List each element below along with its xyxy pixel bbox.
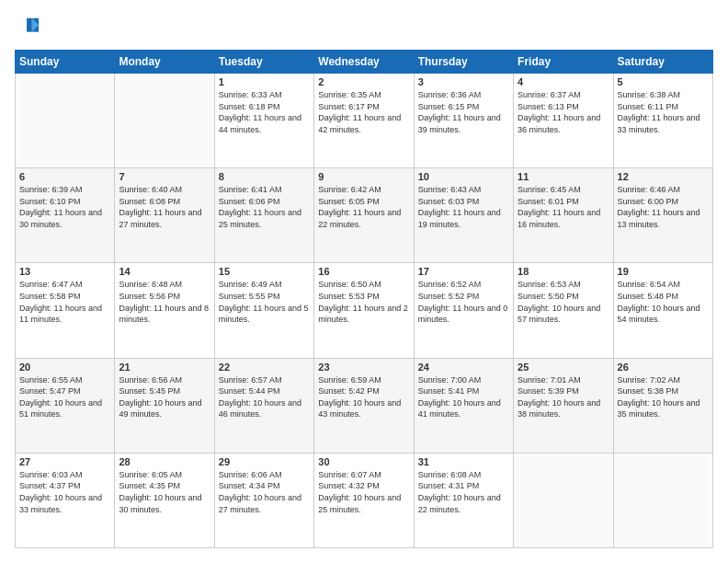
- calendar-cell: 2Sunrise: 6:35 AM Sunset: 6:17 PM Daylig…: [314, 74, 414, 168]
- svg-marker-2: [27, 18, 32, 32]
- calendar-week-row: 20Sunrise: 6:55 AM Sunset: 5:47 PM Dayli…: [16, 358, 713, 453]
- day-number: 19: [618, 266, 709, 277]
- day-info: Sunrise: 6:48 AM Sunset: 5:56 PM Dayligh…: [119, 279, 210, 325]
- day-number: 9: [318, 171, 409, 182]
- day-info: Sunrise: 6:54 AM Sunset: 5:48 PM Dayligh…: [618, 279, 709, 325]
- day-number: 16: [318, 266, 409, 277]
- day-info: Sunrise: 6:53 AM Sunset: 5:50 PM Dayligh…: [518, 279, 609, 325]
- calendar-cell: 27Sunrise: 6:03 AM Sunset: 4:37 PM Dayli…: [16, 453, 115, 547]
- calendar-header-row: SundayMondayTuesdayWednesdayThursdayFrid…: [16, 51, 713, 74]
- calendar-cell: 24Sunrise: 7:00 AM Sunset: 5:41 PM Dayli…: [414, 358, 513, 453]
- logo-icon: [15, 15, 40, 40]
- calendar-cell: 7Sunrise: 6:40 AM Sunset: 6:08 PM Daylig…: [115, 168, 214, 263]
- day-info: Sunrise: 6:46 AM Sunset: 6:00 PM Dayligh…: [618, 184, 709, 230]
- calendar-cell: 29Sunrise: 6:06 AM Sunset: 4:34 PM Dayli…: [214, 453, 313, 547]
- day-of-week-header: Thursday: [414, 51, 513, 74]
- day-number: 24: [418, 362, 509, 373]
- day-info: Sunrise: 6:49 AM Sunset: 5:55 PM Dayligh…: [219, 279, 310, 325]
- calendar-cell: 11Sunrise: 6:45 AM Sunset: 6:01 PM Dayli…: [514, 168, 613, 263]
- calendar-cell: 6Sunrise: 6:39 AM Sunset: 6:10 PM Daylig…: [16, 168, 115, 263]
- day-number: 18: [518, 266, 609, 277]
- day-number: 29: [219, 456, 310, 467]
- day-info: Sunrise: 6:40 AM Sunset: 6:08 PM Dayligh…: [119, 184, 210, 230]
- day-info: Sunrise: 6:55 AM Sunset: 5:47 PM Dayligh…: [19, 374, 110, 420]
- calendar-cell: [514, 453, 613, 547]
- day-info: Sunrise: 6:06 AM Sunset: 4:34 PM Dayligh…: [219, 469, 310, 515]
- day-of-week-header: Monday: [115, 51, 214, 74]
- calendar-cell: 21Sunrise: 6:56 AM Sunset: 5:45 PM Dayli…: [115, 358, 214, 453]
- calendar-cell: 1Sunrise: 6:33 AM Sunset: 6:18 PM Daylig…: [214, 74, 313, 168]
- day-number: 28: [119, 456, 210, 467]
- day-number: 27: [19, 456, 110, 467]
- calendar-cell: 23Sunrise: 6:59 AM Sunset: 5:42 PM Dayli…: [314, 358, 414, 453]
- day-info: Sunrise: 7:02 AM Sunset: 5:38 PM Dayligh…: [618, 374, 709, 420]
- day-of-week-header: Sunday: [16, 51, 115, 74]
- calendar-cell: 25Sunrise: 7:01 AM Sunset: 5:39 PM Dayli…: [514, 358, 613, 453]
- day-info: Sunrise: 6:57 AM Sunset: 5:44 PM Dayligh…: [219, 374, 310, 420]
- calendar-cell: 28Sunrise: 6:05 AM Sunset: 4:35 PM Dayli…: [115, 453, 214, 547]
- calendar-cell: 4Sunrise: 6:37 AM Sunset: 6:13 PM Daylig…: [514, 74, 613, 168]
- calendar-cell: 17Sunrise: 6:52 AM Sunset: 5:52 PM Dayli…: [414, 263, 513, 358]
- day-number: 14: [119, 266, 210, 277]
- calendar-cell: 3Sunrise: 6:36 AM Sunset: 6:15 PM Daylig…: [414, 74, 513, 168]
- day-number: 6: [19, 171, 110, 182]
- calendar-cell: 30Sunrise: 6:07 AM Sunset: 4:32 PM Dayli…: [314, 453, 414, 547]
- day-number: 17: [418, 266, 509, 277]
- calendar-cell: 16Sunrise: 6:50 AM Sunset: 5:53 PM Dayli…: [314, 263, 414, 358]
- calendar-cell: 13Sunrise: 6:47 AM Sunset: 5:58 PM Dayli…: [16, 263, 115, 358]
- day-number: 12: [618, 171, 709, 182]
- day-number: 5: [618, 76, 709, 87]
- calendar-week-row: 27Sunrise: 6:03 AM Sunset: 4:37 PM Dayli…: [16, 453, 713, 547]
- day-info: Sunrise: 6:59 AM Sunset: 5:42 PM Dayligh…: [318, 374, 409, 420]
- calendar-cell: 15Sunrise: 6:49 AM Sunset: 5:55 PM Dayli…: [214, 263, 313, 358]
- day-number: 11: [518, 171, 609, 182]
- day-info: Sunrise: 6:08 AM Sunset: 4:31 PM Dayligh…: [418, 469, 509, 515]
- calendar-week-row: 13Sunrise: 6:47 AM Sunset: 5:58 PM Dayli…: [16, 263, 713, 358]
- day-of-week-header: Saturday: [613, 51, 712, 74]
- day-number: 2: [318, 76, 409, 87]
- calendar-cell: 22Sunrise: 6:57 AM Sunset: 5:44 PM Dayli…: [214, 358, 313, 453]
- calendar-cell: 20Sunrise: 6:55 AM Sunset: 5:47 PM Dayli…: [16, 358, 115, 453]
- calendar-cell: 14Sunrise: 6:48 AM Sunset: 5:56 PM Dayli…: [115, 263, 214, 358]
- logo: [15, 15, 44, 40]
- day-info: Sunrise: 7:00 AM Sunset: 5:41 PM Dayligh…: [418, 374, 509, 420]
- calendar-cell: 8Sunrise: 6:41 AM Sunset: 6:06 PM Daylig…: [214, 168, 313, 263]
- day-info: Sunrise: 6:07 AM Sunset: 4:32 PM Dayligh…: [318, 469, 409, 515]
- day-of-week-header: Wednesday: [314, 51, 414, 74]
- calendar-table: SundayMondayTuesdayWednesdayThursdayFrid…: [15, 50, 713, 548]
- day-info: Sunrise: 6:43 AM Sunset: 6:03 PM Dayligh…: [418, 184, 509, 230]
- day-info: Sunrise: 6:33 AM Sunset: 6:18 PM Dayligh…: [219, 89, 310, 135]
- day-info: Sunrise: 6:50 AM Sunset: 5:53 PM Dayligh…: [318, 279, 409, 325]
- day-info: Sunrise: 6:56 AM Sunset: 5:45 PM Dayligh…: [119, 374, 210, 420]
- day-info: Sunrise: 6:52 AM Sunset: 5:52 PM Dayligh…: [418, 279, 509, 325]
- calendar-cell: [613, 453, 712, 547]
- calendar-cell: 12Sunrise: 6:46 AM Sunset: 6:00 PM Dayli…: [613, 168, 712, 263]
- calendar-cell: [16, 74, 115, 168]
- day-number: 25: [518, 362, 609, 373]
- day-info: Sunrise: 6:39 AM Sunset: 6:10 PM Dayligh…: [19, 184, 110, 230]
- day-info: Sunrise: 6:45 AM Sunset: 6:01 PM Dayligh…: [518, 184, 609, 230]
- day-info: Sunrise: 6:05 AM Sunset: 4:35 PM Dayligh…: [119, 469, 210, 515]
- day-info: Sunrise: 6:47 AM Sunset: 5:58 PM Dayligh…: [19, 279, 110, 325]
- day-number: 20: [19, 362, 110, 373]
- day-number: 30: [318, 456, 409, 467]
- day-number: 4: [518, 76, 609, 87]
- day-info: Sunrise: 6:35 AM Sunset: 6:17 PM Dayligh…: [318, 89, 409, 135]
- calendar-cell: 31Sunrise: 6:08 AM Sunset: 4:31 PM Dayli…: [414, 453, 513, 547]
- day-number: 13: [19, 266, 110, 277]
- day-number: 3: [418, 76, 509, 87]
- calendar-cell: 10Sunrise: 6:43 AM Sunset: 6:03 PM Dayli…: [414, 168, 513, 263]
- day-info: Sunrise: 6:36 AM Sunset: 6:15 PM Dayligh…: [418, 89, 509, 135]
- day-number: 23: [318, 362, 409, 373]
- day-number: 10: [418, 171, 509, 182]
- day-number: 8: [219, 171, 310, 182]
- day-info: Sunrise: 6:38 AM Sunset: 6:11 PM Dayligh…: [618, 89, 709, 135]
- day-of-week-header: Friday: [514, 51, 613, 74]
- calendar-week-row: 6Sunrise: 6:39 AM Sunset: 6:10 PM Daylig…: [16, 168, 713, 263]
- day-number: 15: [219, 266, 310, 277]
- day-info: Sunrise: 6:03 AM Sunset: 4:37 PM Dayligh…: [19, 469, 110, 515]
- day-info: Sunrise: 7:01 AM Sunset: 5:39 PM Dayligh…: [518, 374, 609, 420]
- page-header: [15, 15, 713, 40]
- day-info: Sunrise: 6:37 AM Sunset: 6:13 PM Dayligh…: [518, 89, 609, 135]
- day-info: Sunrise: 6:42 AM Sunset: 6:05 PM Dayligh…: [318, 184, 409, 230]
